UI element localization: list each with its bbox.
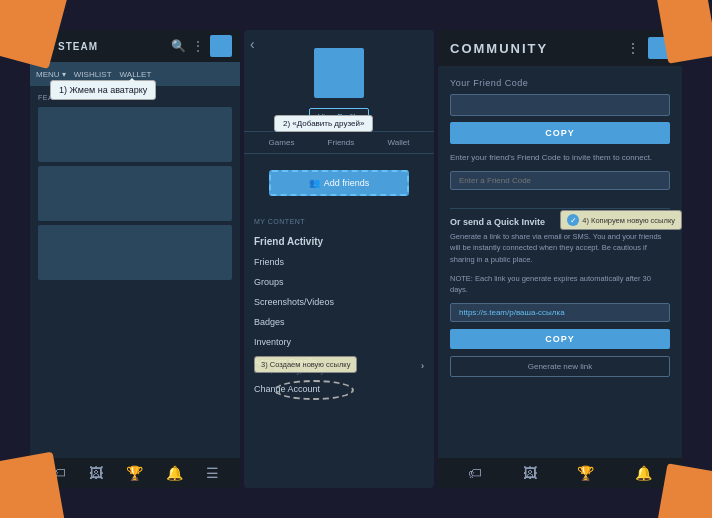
- friend-code-label: Your Friend Code: [450, 78, 670, 88]
- community-bottom-bell-icon[interactable]: 🔔: [635, 465, 652, 481]
- bottom-image-icon[interactable]: 🖼: [89, 465, 103, 481]
- featured-items: [38, 107, 232, 280]
- nav-wishlist[interactable]: WISHLIST: [74, 70, 112, 79]
- steam-header: STEAM 🔍 ⋮: [30, 30, 240, 62]
- divider: [450, 208, 670, 209]
- profile-tabs: Games Friends Wallet: [244, 131, 434, 154]
- menu-item-screenshots[interactable]: Screenshots/Videos: [244, 292, 434, 312]
- chevron-right-icon: ›: [421, 361, 424, 371]
- nav-menu[interactable]: MENU ▾: [36, 70, 66, 79]
- enter-friend-code-input[interactable]: [450, 171, 670, 190]
- community-panel: COMMUNITY ⋮ Your Friend Code COPY Enter …: [438, 30, 682, 488]
- steam-main-content: FEATURED & RECOMMENDED: [30, 86, 240, 288]
- community-bottom-trophy-icon[interactable]: 🏆: [577, 465, 594, 481]
- community-bottom-tag-icon[interactable]: 🏷: [468, 465, 482, 481]
- menu-list: Friend Activity Friends Groups Screensho…: [244, 227, 434, 403]
- back-button[interactable]: ‹: [250, 36, 255, 52]
- community-bottom-nav: 🏷 🖼 🏆 🔔: [438, 458, 682, 488]
- menu-item-badges[interactable]: Badges: [244, 312, 434, 332]
- community-title: COMMUNITY: [450, 41, 548, 56]
- community-bottom-image-icon[interactable]: 🖼: [523, 465, 537, 481]
- bottom-bell-icon[interactable]: 🔔: [166, 465, 183, 481]
- menu-item-inventory[interactable]: Inventory: [244, 332, 434, 352]
- avatar[interactable]: [210, 35, 232, 57]
- friend-code-input[interactable]: [450, 94, 670, 116]
- steam-bottom-nav: 🏷 🖼 🏆 🔔 ☰: [30, 458, 240, 488]
- profile-avatar-large: [314, 48, 364, 98]
- community-content: Your Friend Code COPY Enter your friend'…: [438, 66, 682, 389]
- add-friends-button[interactable]: 👥 Add friends: [269, 170, 408, 196]
- nav-wallet[interactable]: WALLET: [120, 70, 152, 79]
- featured-item-3[interactable]: [38, 225, 232, 280]
- link-url: https://s.team/p/ваша-ссылка: [450, 303, 670, 322]
- menu-item-groups[interactable]: Groups: [244, 272, 434, 292]
- tab-wallet[interactable]: Wallet: [383, 136, 413, 149]
- steam-menu-icon[interactable]: ⋮: [192, 39, 204, 53]
- menu-item-account[interactable]: Account Details Store, Security, Family …: [244, 352, 434, 379]
- steam-title: STEAM: [58, 41, 98, 52]
- middle-panel: ‹ View Profile 2) «Добавить друзей» Game…: [244, 30, 434, 488]
- menu-item-account-sub: Store, Security, Family: [254, 367, 324, 374]
- step1-tooltip: 1) Жмем на аватарку: [50, 80, 156, 100]
- add-friends-icon: 👥: [309, 178, 320, 188]
- add-friends-label: Add friends: [324, 178, 370, 188]
- tab-friends[interactable]: Friends: [324, 136, 359, 149]
- menu-item-change-account[interactable]: Change Account: [244, 379, 434, 399]
- featured-item-1[interactable]: [38, 107, 232, 162]
- bottom-menu-icon[interactable]: ☰: [206, 465, 219, 481]
- featured-item-2[interactable]: [38, 166, 232, 221]
- gift-decoration-bottom-right: [657, 463, 712, 518]
- my-content-label: MY CONTENT: [244, 212, 434, 227]
- bottom-trophy-icon[interactable]: 🏆: [126, 465, 143, 481]
- tab-games[interactable]: Games: [265, 136, 299, 149]
- generate-new-link-button[interactable]: Generate new link: [450, 356, 670, 377]
- search-icon[interactable]: 🔍: [171, 39, 186, 53]
- menu-item-friend-activity[interactable]: Friend Activity: [244, 231, 434, 252]
- invite-description: Enter your friend's Friend Code to invit…: [450, 152, 670, 163]
- expires-text: NOTE: Each link you generate expires aut…: [450, 273, 670, 296]
- menu-item-friends[interactable]: Friends: [244, 252, 434, 272]
- copy-friend-code-button[interactable]: COPY: [450, 122, 670, 144]
- quick-invite-title: Or send a Quick Invite: [450, 217, 670, 227]
- quick-invite-description: Generate a link to share via email or SM…: [450, 231, 670, 265]
- menu-item-account-label: Account Details: [254, 357, 324, 367]
- step2-tooltip: 2) «Добавить друзей»: [274, 115, 373, 132]
- community-menu-button[interactable]: ⋮: [626, 40, 640, 56]
- copy-link-button[interactable]: COPY: [450, 329, 670, 349]
- community-header: COMMUNITY ⋮: [438, 30, 682, 66]
- steam-client-panel: STEAM 🔍 ⋮ 1) Жмем на аватарку MENU ▾ WIS…: [30, 30, 240, 488]
